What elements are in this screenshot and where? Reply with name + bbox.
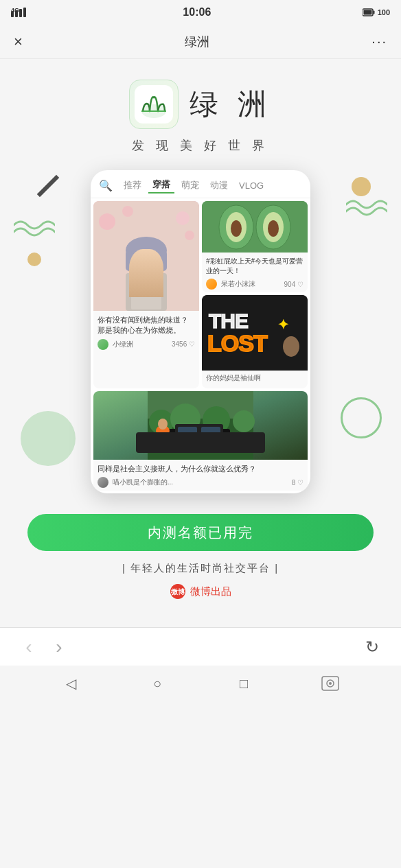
tab-anime[interactable]: 动漫 <box>206 178 232 193</box>
card-1-image <box>93 201 199 311</box>
close-button[interactable]: × <box>14 33 23 51</box>
phone-section: 🔍 推荐 穿搭 萌宠 动漫 VLOG <box>14 170 387 493</box>
app-icon <box>129 80 179 129</box>
screenshot-icon <box>321 674 340 693</box>
svg-point-45 <box>233 410 255 432</box>
deco-circle-outline <box>341 397 382 438</box>
phone-mockup: 🔍 推荐 穿搭 萌宠 动漫 VLOG <box>91 170 310 493</box>
svg-rect-48 <box>178 427 197 438</box>
card-1-avatar <box>98 339 108 350</box>
svg-rect-2 <box>19 9 22 17</box>
svg-text:✦: ✦ <box>277 317 289 332</box>
screenshot-button[interactable] <box>319 672 341 694</box>
page-title: 绿洲 <box>185 34 209 50</box>
svg-point-25 <box>151 261 154 264</box>
card-2-image <box>202 201 308 253</box>
svg-rect-20 <box>126 250 133 271</box>
svg-rect-21 <box>160 250 167 271</box>
card-1-body: 你有没有闻到烧焦的味道？那是我的心在为你燃烧。 小绿洲 3456 ♡ <box>93 311 199 353</box>
svg-text:4G: 4G <box>11 7 19 14</box>
svg-point-24 <box>139 261 142 264</box>
deco-circle-gold-top <box>352 177 371 196</box>
battery-icon <box>363 8 375 17</box>
bottom-cards: 同样是社会主义接班人，为什么你就这么优秀？ 喵小凯是个膨胀的... 8 ♡ <box>91 391 310 493</box>
svg-point-15 <box>185 231 194 240</box>
svg-point-14 <box>176 211 190 225</box>
svg-rect-17 <box>131 275 161 309</box>
svg-point-39 <box>283 336 299 357</box>
deco-circle-green <box>21 411 76 466</box>
weibo-label: 微博出品 <box>190 585 231 598</box>
weibo-brand: 微博 微博出品 <box>170 583 231 600</box>
phone-card-grid: 你有没有闻到烧焦的味道？那是我的心在为你燃烧。 小绿洲 3456 ♡ <box>91 198 310 391</box>
car-card-body: 同样是社会主义接班人，为什么你就这么优秀？ 喵小凯是个膨胀的... 8 ♡ <box>93 460 308 491</box>
deco-wave-right <box>346 191 387 221</box>
tab-vlog[interactable]: VLOG <box>235 179 268 192</box>
nav-back-button[interactable]: ‹ <box>14 632 44 662</box>
card-1-footer: 小绿洲 3456 ♡ <box>98 339 195 350</box>
car-image <box>93 391 308 460</box>
svg-point-51 <box>158 419 168 430</box>
app-name: 绿 洲 <box>190 85 272 124</box>
button-section: 内测名额已用完 <box>14 514 387 551</box>
status-bar: 4G 10:06 100 <box>0 0 401 25</box>
app-slogan: 发 现 美 好 世 界 <box>132 137 268 154</box>
card-2-body: #彩虹屁吹上天#今天也是可爱营业的一天！ 呆若小沫沫 904 ♡ <box>202 253 308 292</box>
svg-point-29 <box>231 220 242 237</box>
phone-card-car[interactable]: 同样是社会主义接班人，为什么你就这么优秀？ 喵小凯是个膨胀的... 8 ♡ <box>93 391 308 491</box>
svg-rect-6 <box>373 11 374 14</box>
card-3-image: THE THE LOST LOST ✦ <box>202 295 308 371</box>
status-icons: 100 <box>363 8 390 17</box>
card-2-text: #彩虹屁吹上天#今天也是可爱营业的一天！ <box>206 257 303 276</box>
svg-rect-49 <box>201 427 220 438</box>
tab-pets[interactable]: 萌宠 <box>177 178 203 193</box>
deco-diagonal <box>37 175 60 198</box>
svg-text:THE: THE <box>209 309 248 332</box>
phone-card-1[interactable]: 你有没有闻到烧焦的味道？那是我的心在为你燃烧。 小绿洲 3456 ♡ <box>93 201 199 388</box>
card-2-user: 呆若小沫沫 <box>206 279 255 290</box>
card-2-footer: 呆若小沫沫 904 ♡ <box>206 279 303 290</box>
card-1-username: 小绿洲 <box>113 340 133 347</box>
battery-level: 100 <box>378 8 390 16</box>
phone-search-icon[interactable]: 🔍 <box>99 179 113 192</box>
phone-card-3[interactable]: THE THE LOST LOST ✦ <box>202 295 308 388</box>
main-content: 绿 洲 发 现 美 好 世 界 🔍 <box>0 59 401 627</box>
car-card-likes: 8 ♡ <box>292 479 303 486</box>
svg-point-22 <box>137 259 143 265</box>
weibo-logo-icon: 微博 <box>170 583 186 600</box>
android-back-button[interactable]: ◁ <box>60 672 82 694</box>
svg-rect-26 <box>202 201 308 253</box>
tab-recommend[interactable]: 推荐 <box>119 178 146 193</box>
app-header: 绿 洲 发 现 美 好 世 界 <box>129 80 272 154</box>
beta-button[interactable]: 内测名额已用完 <box>27 514 374 551</box>
card-2-avatar <box>206 279 217 290</box>
card-1-text: 你有没有闻到烧焦的味道？那是我的心在为你燃烧。 <box>98 315 195 336</box>
car-card-footer: 喵小凯是个膨胀的... 8 ♡ <box>98 477 303 488</box>
right-column: #彩虹屁吹上天#今天也是可爱营业的一天！ 呆若小沫沫 904 ♡ <box>202 201 308 388</box>
nav-forward-button[interactable]: › <box>44 632 74 662</box>
svg-point-19 <box>126 237 167 264</box>
android-home-button[interactable]: ○ <box>146 672 168 694</box>
android-nav-bar: ◁ ○ □ <box>0 666 401 701</box>
card-2-username: 呆若小沫沫 <box>221 280 255 288</box>
phone-card-2[interactable]: #彩虹屁吹上天#今天也是可爱营业的一天！ 呆若小沫沫 904 ♡ <box>202 201 308 292</box>
nav-bar: × 绿洲 ··· <box>0 25 401 59</box>
card-1-likes: 3456 ♡ <box>172 340 195 348</box>
phone-content: 🔍 推荐 穿搭 萌宠 动漫 VLOG <box>91 170 310 493</box>
time-display: 10:06 <box>183 6 211 19</box>
android-recent-button[interactable]: □ <box>233 672 255 694</box>
more-button[interactable]: ··· <box>371 34 387 49</box>
card-3-body: 你的妈妈是袖仙啊 <box>202 371 308 388</box>
svg-point-32 <box>268 220 279 237</box>
card-2-likes: 904 ♡ <box>284 281 303 288</box>
svg-point-13 <box>122 206 133 217</box>
phone-tabs: 🔍 推荐 穿搭 萌宠 动漫 VLOG <box>91 170 310 198</box>
svg-rect-46 <box>168 429 230 453</box>
nav-refresh-button[interactable]: ↻ <box>357 632 387 662</box>
app-logo-row: 绿 洲 <box>129 80 272 129</box>
deco-circle-gold <box>27 253 41 266</box>
car-card-username: 喵小凯是个膨胀的... <box>113 478 173 486</box>
tab-fashion[interactable]: 穿搭 <box>148 177 174 193</box>
svg-text:微博: 微博 <box>170 588 185 596</box>
svg-rect-3 <box>23 8 26 17</box>
